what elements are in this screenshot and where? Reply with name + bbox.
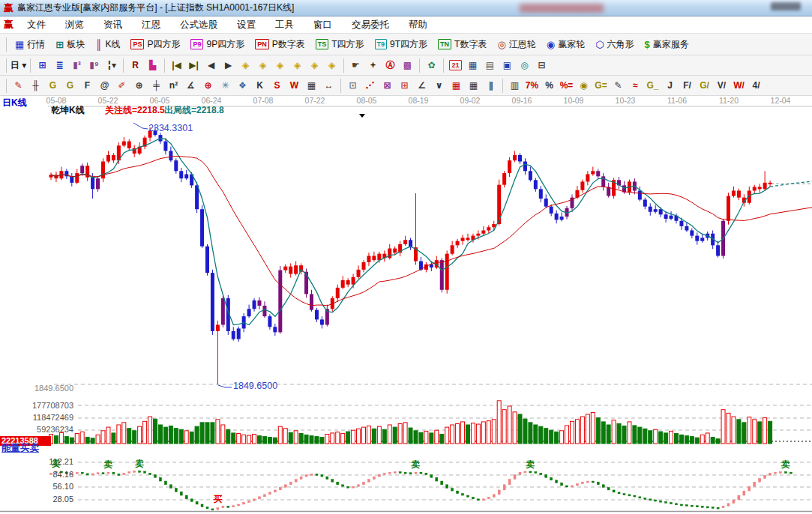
first-page-icon[interactable]: |◀ bbox=[168, 57, 185, 73]
next-page-icon[interactable]: ▶ bbox=[220, 57, 237, 73]
fibonacci-icon[interactable]: F bbox=[79, 77, 96, 94]
crosshair-tool-icon[interactable]: + bbox=[364, 57, 382, 73]
v-bottom-icon[interactable]: ∨ bbox=[430, 77, 448, 94]
n-square-icon[interactable]: n² bbox=[165, 77, 182, 94]
period-label[interactable]: 日K线 bbox=[2, 98, 27, 108]
toolbar-hexagon[interactable]: ⬡六角形 bbox=[590, 37, 639, 52]
red-fan-icon[interactable]: ⋰ bbox=[361, 77, 379, 94]
fan-grid-icon[interactable]: ⊞ bbox=[396, 77, 413, 94]
web-icon[interactable]: ◎ bbox=[516, 57, 533, 73]
spiral-icon[interactable]: @ bbox=[96, 77, 113, 94]
bars-3-icon[interactable]: ▮³ bbox=[68, 57, 85, 73]
diamond-nav-expand-icon[interactable]: ◈ bbox=[306, 57, 323, 73]
chart-area[interactable]: 05-0805-2206-0506-2407-0807-2208-0508-19… bbox=[0, 96, 812, 514]
diamond-nav-out-icon[interactable]: ◈ bbox=[289, 57, 306, 73]
four-angle-icon[interactable]: 4/ bbox=[748, 77, 765, 94]
parallel-lines-icon[interactable]: ∥ bbox=[482, 77, 499, 94]
menu-browse[interactable]: 浏览 bbox=[55, 16, 94, 34]
price-ruler-icon[interactable]: ╪ bbox=[148, 77, 165, 94]
stats-grid-icon[interactable]: ▩ bbox=[399, 57, 416, 73]
box-region-icon[interactable]: ⊡ bbox=[344, 77, 361, 94]
period-day-dropdown[interactable]: 日 ▾ bbox=[10, 57, 27, 73]
quote-list-icon[interactable]: ≣ bbox=[51, 57, 68, 73]
bars-9-icon[interactable]: ▮⁹ bbox=[85, 57, 103, 73]
calculator-icon[interactable]: ▦ bbox=[464, 57, 481, 73]
toolbar-gann-wheel[interactable]: ◎江恩轮 bbox=[492, 37, 541, 52]
smart-analysis-icon[interactable]: ✿ bbox=[423, 57, 440, 73]
indicator-name-label[interactable]: 能量买卖 bbox=[1, 444, 39, 454]
toolbar-market-quotes[interactable]: ▦行情 bbox=[10, 37, 50, 52]
menu-gann[interactable]: 江恩 bbox=[132, 16, 170, 34]
k-mark-icon[interactable]: K bbox=[251, 77, 268, 94]
gold-circle-icon[interactable]: ◉ bbox=[575, 77, 592, 94]
candle-style-dropdown[interactable]: ╏▾ bbox=[103, 57, 120, 73]
notebook-icon[interactable]: ▤ bbox=[481, 57, 499, 73]
angle-lines-icon[interactable]: ∠ bbox=[413, 77, 430, 94]
toolbar-sectors[interactable]: ⊞板块 bbox=[50, 37, 90, 52]
angle-fan-icon[interactable]: ∡ bbox=[182, 77, 199, 94]
gann-gold-b-icon[interactable]: G bbox=[61, 77, 79, 94]
print-icon[interactable]: ⊟ bbox=[533, 57, 550, 73]
fan-square-icon[interactable]: ⊠ bbox=[379, 77, 396, 94]
pen-angle-icon[interactable]: ✐ bbox=[113, 77, 130, 94]
j-trend-icon[interactable]: J bbox=[661, 77, 679, 94]
ruler-123-icon[interactable]: ▦ bbox=[303, 77, 320, 94]
gold-lines-icon[interactable]: G= bbox=[592, 77, 610, 94]
menu-window[interactable]: 窗口 bbox=[304, 16, 342, 34]
hot-stock-icon[interactable]: R bbox=[127, 57, 144, 73]
shen-tool-icon[interactable]: S bbox=[268, 77, 286, 94]
menu-trade-entrust[interactable]: 交易委托 bbox=[342, 16, 399, 34]
toolbar-t-number-table[interactable]: TNT数字表 bbox=[433, 37, 492, 52]
menu-file[interactable]: 文件 bbox=[17, 16, 55, 34]
f-trend-icon[interactable]: F/ bbox=[679, 77, 696, 94]
window-cascade-icon[interactable]: ⊞ bbox=[34, 57, 51, 73]
wave-tool-icon[interactable]: ≈ bbox=[627, 77, 644, 94]
save-icon[interactable]: ▣ bbox=[499, 57, 516, 73]
gann-gold-a-icon[interactable]: G bbox=[44, 77, 61, 94]
toolbar-kline[interactable]: ║K线 bbox=[90, 37, 125, 52]
svg-text:12-04: 12-04 bbox=[771, 96, 791, 105]
menu-formula-picker[interactable]: 公式选股 bbox=[170, 16, 227, 34]
pen-tool-icon[interactable]: ✎ bbox=[10, 77, 27, 94]
target-icon[interactable]: ⊕ bbox=[199, 77, 217, 94]
diamond-nav-right-icon[interactable]: ◈ bbox=[254, 57, 271, 73]
starburst-icon[interactable]: ✳ bbox=[217, 77, 234, 94]
pen-line-icon[interactable]: ✎ bbox=[610, 77, 627, 94]
percent-7-icon[interactable]: 7% bbox=[523, 77, 541, 94]
scale-bars-icon[interactable]: ▥ bbox=[506, 77, 523, 94]
toolbar-9p-square[interactable]: P99P四方形 bbox=[185, 37, 250, 52]
time-ruler-icon[interactable]: ╫ bbox=[27, 77, 44, 94]
gold-bar-icon[interactable]: G_ bbox=[644, 77, 661, 94]
menu-help[interactable]: 帮助 bbox=[399, 16, 437, 34]
percent-icon[interactable]: % bbox=[541, 77, 558, 94]
toolbar-9t-square[interactable]: T99T四方形 bbox=[370, 37, 433, 52]
gann-circle-icon[interactable]: ⊕ bbox=[130, 77, 148, 94]
hand-tool-icon[interactable]: ☛ bbox=[347, 57, 364, 73]
diamond-nav-in-icon[interactable]: ◈ bbox=[271, 57, 289, 73]
zoom-area-icon[interactable]: Ⓐ bbox=[382, 57, 399, 73]
width-arrows-icon[interactable]: ↔ bbox=[320, 77, 337, 94]
last-page-icon[interactable]: ▶| bbox=[185, 57, 202, 73]
toolbar-p-square[interactable]: PSP四方形 bbox=[125, 37, 185, 52]
ying-tool-icon[interactable]: W bbox=[286, 77, 303, 94]
speed-line-icon[interactable]: V/ bbox=[713, 77, 730, 94]
price-chart[interactable]: 05-0805-2206-0506-2407-0807-2208-0508-19… bbox=[0, 96, 812, 514]
diamond-nav-full-icon[interactable]: ◈ bbox=[323, 57, 340, 73]
toolbar-p-number-table[interactable]: PNP数字表 bbox=[250, 37, 310, 52]
menu-tools[interactable]: 工具 bbox=[265, 16, 304, 34]
prev-page-icon[interactable]: ◀ bbox=[202, 57, 220, 73]
spiderweb-icon[interactable]: ❖ bbox=[234, 77, 251, 94]
menu-news[interactable]: 资讯 bbox=[94, 16, 132, 34]
ying-angle-icon[interactable]: W/ bbox=[730, 77, 748, 94]
diamond-nav-left-icon[interactable]: ◈ bbox=[237, 57, 254, 73]
rank-chart-icon[interactable]: ▙ bbox=[144, 57, 161, 73]
menu-settings[interactable]: 设置 bbox=[227, 16, 265, 34]
calendar-icon[interactable]: 21 bbox=[447, 57, 464, 73]
toolbar-winner-service[interactable]: $赢家服务 bbox=[639, 37, 694, 52]
toolbar-winner-wheel[interactable]: ◉赢家轮 bbox=[541, 37, 590, 52]
black-grid-icon[interactable]: ▦ bbox=[465, 77, 482, 94]
percent-lines-icon[interactable]: %= bbox=[558, 77, 575, 94]
red-grid-icon[interactable]: ▦ bbox=[448, 77, 465, 94]
toolbar-t-square[interactable]: TST四方形 bbox=[310, 37, 370, 52]
gold-angle-icon[interactable]: G/ bbox=[696, 77, 713, 94]
